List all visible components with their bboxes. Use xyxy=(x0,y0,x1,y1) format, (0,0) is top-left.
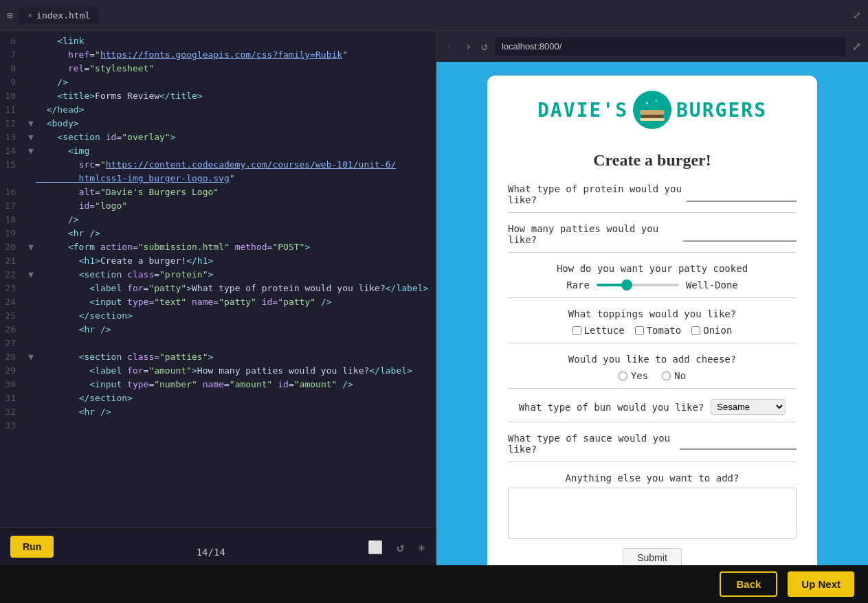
protein-row: What type of protein would you like? xyxy=(508,183,797,213)
code-area[interactable]: 6 <link 7 href="https://fonts.googleapis… xyxy=(0,31,436,527)
main-area: 6 <link 7 href="https://fonts.googleapis… xyxy=(0,31,868,565)
code-line: 21 <h1>Create a burger!</h1> xyxy=(0,254,436,268)
slider-row: Rare Well-Done xyxy=(508,280,797,298)
browser-refresh-button[interactable]: ↺ xyxy=(481,40,488,53)
burger-logo-icon: ★ ★ xyxy=(632,89,673,130)
onion-label: Onion xyxy=(703,325,732,336)
code-line: 13 ▼ <section id="overlay"> xyxy=(0,130,436,144)
forward-nav-button[interactable]: › xyxy=(463,37,475,56)
bun-select[interactable]: Sesame Plain Whole Wheat xyxy=(711,399,786,415)
cooking-section: How do you want your patty cooked Rare W… xyxy=(508,263,797,298)
back-nav-button[interactable]: ‹ xyxy=(443,37,456,56)
code-line: 27 xyxy=(0,337,436,350)
settings-icon[interactable]: ✳ xyxy=(418,540,425,554)
onion-checkbox[interactable] xyxy=(691,326,700,335)
burger-form-card: DAVIE'S ★ ★ BURGERS xyxy=(487,76,817,565)
top-bar: ⊞ × index.html ⤢ xyxy=(0,0,868,31)
topping-tomato[interactable]: Tomato xyxy=(635,325,682,336)
code-line: 33 xyxy=(0,419,436,433)
cooking-label: How do you want your patty cooked xyxy=(508,263,797,274)
lettuce-checkbox[interactable] xyxy=(572,326,581,335)
code-line: 23 <label for="patty">What type of prote… xyxy=(0,282,436,295)
bun-row: What type of bun would you like? Sesame … xyxy=(508,399,797,422)
save-icon[interactable]: ⬜ xyxy=(368,540,383,554)
toppings-section: What toppings would you like? Lettuce To… xyxy=(508,308,797,343)
back-button[interactable]: Back xyxy=(720,571,777,597)
card-form-area[interactable]: Create a burger! What type of protein wo… xyxy=(487,144,817,565)
code-line: 29 <label for="amount">How many patties … xyxy=(0,364,436,378)
preview-side: ‹ › ↺ ⤢ DAVIE'S ★ ★ xyxy=(436,31,868,565)
tab-close-icon[interactable]: × xyxy=(27,11,32,20)
rare-label: Rare xyxy=(566,280,590,291)
sauce-input[interactable] xyxy=(680,437,797,450)
code-line: 25 </section> xyxy=(0,309,436,323)
editor-tab[interactable]: × index.html xyxy=(19,7,98,24)
toppings-label: What toppings would you like? xyxy=(508,308,797,319)
code-line: 30 <input type="number" name="amount" id… xyxy=(0,378,436,391)
lettuce-label: Lettuce xyxy=(584,325,625,336)
url-bar[interactable] xyxy=(495,37,845,56)
code-line: 17 id="logo" xyxy=(0,199,436,213)
page-indicator: 14/14 xyxy=(197,547,225,558)
bun-label: What type of bun would you like? xyxy=(519,402,704,413)
cheese-radio-row: Yes No xyxy=(508,370,797,381)
expand-icon[interactable]: ⤢ xyxy=(853,10,861,21)
cheese-yes-label: Yes xyxy=(631,370,648,381)
patties-row: How many patties would you like? xyxy=(508,223,797,253)
fullscreen-button[interactable]: ⤢ xyxy=(852,40,861,53)
cheese-yes-option[interactable]: Yes xyxy=(619,370,648,381)
code-line: 20 ▼ <form action="submission.html" meth… xyxy=(0,240,436,254)
code-line: 32 <hr /> xyxy=(0,405,436,419)
cheese-no-option[interactable]: No xyxy=(662,370,686,381)
code-line: 11 </head> xyxy=(0,103,436,117)
code-line: 19 <hr /> xyxy=(0,227,436,240)
refresh-icon[interactable]: ↺ xyxy=(397,540,404,554)
tomato-checkbox[interactable] xyxy=(635,326,644,335)
tab-filename: index.html xyxy=(36,10,90,21)
svg-text:★: ★ xyxy=(655,98,658,102)
submit-button[interactable]: Submit xyxy=(623,548,682,565)
tomato-label: Tomato xyxy=(647,325,682,336)
svg-rect-4 xyxy=(641,115,663,118)
code-line: 12 ▼ <body> xyxy=(0,117,436,130)
svg-rect-5 xyxy=(640,118,665,121)
nav-bottom: Back Up Next xyxy=(0,565,868,603)
patties-label: How many patties would you like? xyxy=(508,223,683,245)
protein-input[interactable] xyxy=(687,187,797,202)
well-done-label: Well-Done xyxy=(686,280,738,291)
patties-input[interactable] xyxy=(683,227,797,242)
code-line: 10 <title>Forms Review</title> xyxy=(0,89,436,103)
topping-lettuce[interactable]: Lettuce xyxy=(572,325,625,336)
code-line: 9 /> xyxy=(0,76,436,89)
bottom-toolbar: Run 14/14 ⬜ ↺ ✳ xyxy=(0,527,436,565)
code-line: 14 ▼ <img xyxy=(0,144,436,158)
code-line: 28 ▼ <section class="patties"> xyxy=(0,350,436,364)
cheese-no-radio[interactable] xyxy=(662,372,671,380)
up-next-button[interactable]: Up Next xyxy=(788,571,854,597)
form-title: Create a burger! xyxy=(508,151,797,170)
svg-rect-3 xyxy=(640,110,665,115)
cheese-yes-radio[interactable] xyxy=(619,372,627,380)
topping-onion[interactable]: Onion xyxy=(691,325,732,336)
code-line: 8 rel="stylesheet" xyxy=(0,62,436,76)
code-line: 24 <input type="text" name="patty" id="p… xyxy=(0,295,436,309)
extra-textarea[interactable] xyxy=(508,488,797,539)
run-button[interactable]: Run xyxy=(10,536,54,558)
logo-burgers-text: BURGERS xyxy=(676,99,767,122)
toolbar-icons: ⬜ ↺ ✳ xyxy=(368,540,425,554)
cooking-slider[interactable] xyxy=(597,284,679,286)
cheese-section: Would you like to add cheese? Yes No xyxy=(508,354,797,389)
logo-davies-text: DAVIE'S xyxy=(537,99,628,122)
code-line: 26 <hr /> xyxy=(0,323,436,337)
code-line: 7 href="https://fonts.googleapis.com/css… xyxy=(0,48,436,62)
submit-row: Submit xyxy=(508,548,797,565)
code-line: 31 </section> xyxy=(0,391,436,405)
code-editor: 6 <link 7 href="https://fonts.googleapis… xyxy=(0,31,436,565)
sauce-label: What type of sauce would you like? xyxy=(508,433,673,455)
sauce-row: What type of sauce would you like? xyxy=(508,433,797,462)
code-line: 18 /> xyxy=(0,213,436,227)
svg-text:★: ★ xyxy=(645,100,649,106)
file-browser-icon[interactable]: ⊞ xyxy=(7,10,12,21)
toppings-row: Lettuce Tomato Onion xyxy=(508,325,797,336)
code-line: 15 src="https://content.codecademy.com/c… xyxy=(0,158,436,185)
